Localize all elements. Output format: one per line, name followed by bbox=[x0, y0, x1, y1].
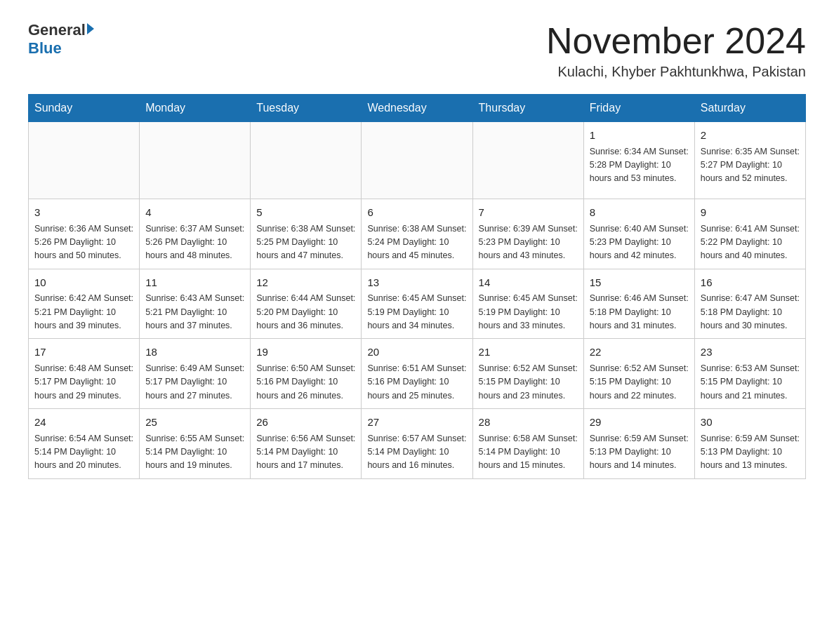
day-cell bbox=[362, 122, 472, 199]
day-info: Sunrise: 6:59 AM Sunset: 5:13 PM Dayligh… bbox=[590, 432, 689, 473]
day-cell: 21Sunrise: 6:52 AM Sunset: 5:15 PM Dayli… bbox=[472, 339, 583, 409]
logo: General Blue bbox=[28, 21, 94, 58]
day-info: Sunrise: 6:44 AM Sunset: 5:20 PM Dayligh… bbox=[256, 292, 355, 333]
day-number: 29 bbox=[590, 415, 689, 431]
weekday-header-saturday: Saturday bbox=[694, 95, 805, 122]
day-cell: 13Sunrise: 6:45 AM Sunset: 5:19 PM Dayli… bbox=[362, 269, 472, 339]
day-cell: 14Sunrise: 6:45 AM Sunset: 5:19 PM Dayli… bbox=[472, 269, 583, 339]
day-cell: 6Sunrise: 6:38 AM Sunset: 5:24 PM Daylig… bbox=[362, 199, 472, 269]
day-number: 20 bbox=[367, 344, 466, 361]
day-info: Sunrise: 6:58 AM Sunset: 5:14 PM Dayligh… bbox=[479, 432, 578, 473]
day-number: 5 bbox=[256, 205, 355, 221]
day-number: 19 bbox=[256, 344, 355, 361]
weekday-header-wednesday: Wednesday bbox=[362, 95, 472, 122]
day-cell: 18Sunrise: 6:49 AM Sunset: 5:17 PM Dayli… bbox=[140, 339, 251, 409]
day-info: Sunrise: 6:38 AM Sunset: 5:24 PM Dayligh… bbox=[367, 222, 466, 263]
day-number: 12 bbox=[256, 275, 355, 291]
day-info: Sunrise: 6:52 AM Sunset: 5:15 PM Dayligh… bbox=[479, 362, 578, 403]
week-row-2: 3Sunrise: 6:36 AM Sunset: 5:26 PM Daylig… bbox=[29, 199, 806, 269]
day-cell: 7Sunrise: 6:39 AM Sunset: 5:23 PM Daylig… bbox=[472, 199, 583, 269]
day-number: 16 bbox=[701, 275, 800, 291]
day-number: 4 bbox=[145, 205, 244, 221]
day-number: 17 bbox=[34, 344, 133, 361]
day-cell: 3Sunrise: 6:36 AM Sunset: 5:26 PM Daylig… bbox=[29, 199, 140, 269]
day-number: 7 bbox=[479, 205, 578, 221]
weekday-header-row: SundayMondayTuesdayWednesdayThursdayFrid… bbox=[29, 95, 806, 122]
week-row-5: 24Sunrise: 6:54 AM Sunset: 5:14 PM Dayli… bbox=[29, 409, 806, 479]
day-cell: 30Sunrise: 6:59 AM Sunset: 5:13 PM Dayli… bbox=[694, 409, 805, 479]
location-text: Kulachi, Khyber Pakhtunkhwa, Pakistan bbox=[546, 64, 806, 80]
day-cell: 5Sunrise: 6:38 AM Sunset: 5:25 PM Daylig… bbox=[251, 199, 362, 269]
day-info: Sunrise: 6:53 AM Sunset: 5:15 PM Dayligh… bbox=[701, 362, 800, 403]
day-cell: 19Sunrise: 6:50 AM Sunset: 5:16 PM Dayli… bbox=[251, 339, 362, 409]
day-cell: 28Sunrise: 6:58 AM Sunset: 5:14 PM Dayli… bbox=[472, 409, 583, 479]
day-number: 25 bbox=[145, 415, 244, 431]
day-number: 28 bbox=[479, 415, 578, 431]
day-number: 10 bbox=[34, 275, 133, 291]
week-row-1: 1Sunrise: 6:34 AM Sunset: 5:28 PM Daylig… bbox=[29, 122, 806, 199]
day-info: Sunrise: 6:36 AM Sunset: 5:26 PM Dayligh… bbox=[34, 222, 133, 263]
day-info: Sunrise: 6:52 AM Sunset: 5:15 PM Dayligh… bbox=[590, 362, 689, 403]
day-cell: 4Sunrise: 6:37 AM Sunset: 5:26 PM Daylig… bbox=[140, 199, 251, 269]
day-info: Sunrise: 6:55 AM Sunset: 5:14 PM Dayligh… bbox=[145, 432, 244, 473]
day-cell: 17Sunrise: 6:48 AM Sunset: 5:17 PM Dayli… bbox=[29, 339, 140, 409]
weekday-header-thursday: Thursday bbox=[472, 95, 583, 122]
day-info: Sunrise: 6:34 AM Sunset: 5:28 PM Dayligh… bbox=[590, 145, 689, 186]
day-number: 15 bbox=[590, 275, 689, 291]
day-cell: 20Sunrise: 6:51 AM Sunset: 5:16 PM Dayli… bbox=[362, 339, 472, 409]
day-info: Sunrise: 6:45 AM Sunset: 5:19 PM Dayligh… bbox=[367, 292, 466, 333]
day-cell: 26Sunrise: 6:56 AM Sunset: 5:14 PM Dayli… bbox=[251, 409, 362, 479]
day-cell bbox=[140, 122, 251, 199]
day-number: 18 bbox=[145, 344, 244, 361]
day-info: Sunrise: 6:41 AM Sunset: 5:22 PM Dayligh… bbox=[701, 222, 800, 263]
day-info: Sunrise: 6:39 AM Sunset: 5:23 PM Dayligh… bbox=[479, 222, 578, 263]
day-info: Sunrise: 6:38 AM Sunset: 5:25 PM Dayligh… bbox=[256, 222, 355, 263]
day-number: 24 bbox=[34, 415, 133, 431]
day-number: 1 bbox=[590, 128, 689, 144]
day-cell: 24Sunrise: 6:54 AM Sunset: 5:14 PM Dayli… bbox=[29, 409, 140, 479]
day-info: Sunrise: 6:40 AM Sunset: 5:23 PM Dayligh… bbox=[590, 222, 689, 263]
day-cell bbox=[472, 122, 583, 199]
week-row-4: 17Sunrise: 6:48 AM Sunset: 5:17 PM Dayli… bbox=[29, 339, 806, 409]
day-info: Sunrise: 6:54 AM Sunset: 5:14 PM Dayligh… bbox=[34, 432, 133, 473]
day-cell: 1Sunrise: 6:34 AM Sunset: 5:28 PM Daylig… bbox=[583, 122, 694, 199]
day-cell: 25Sunrise: 6:55 AM Sunset: 5:14 PM Dayli… bbox=[140, 409, 251, 479]
day-info: Sunrise: 6:35 AM Sunset: 5:27 PM Dayligh… bbox=[701, 145, 800, 186]
day-number: 8 bbox=[590, 205, 689, 221]
day-number: 30 bbox=[701, 415, 800, 431]
day-number: 11 bbox=[145, 275, 244, 291]
calendar-table: SundayMondayTuesdayWednesdayThursdayFrid… bbox=[28, 94, 806, 479]
day-number: 22 bbox=[590, 344, 689, 361]
day-number: 27 bbox=[367, 415, 466, 431]
day-info: Sunrise: 6:48 AM Sunset: 5:17 PM Dayligh… bbox=[34, 362, 133, 403]
month-title: November 2024 bbox=[546, 21, 806, 61]
day-info: Sunrise: 6:49 AM Sunset: 5:17 PM Dayligh… bbox=[145, 362, 244, 403]
day-number: 2 bbox=[701, 128, 800, 144]
logo-general-text: General bbox=[28, 21, 86, 39]
day-cell: 22Sunrise: 6:52 AM Sunset: 5:15 PM Dayli… bbox=[583, 339, 694, 409]
day-cell: 27Sunrise: 6:57 AM Sunset: 5:14 PM Dayli… bbox=[362, 409, 472, 479]
day-cell: 16Sunrise: 6:47 AM Sunset: 5:18 PM Dayli… bbox=[694, 269, 805, 339]
day-info: Sunrise: 6:57 AM Sunset: 5:14 PM Dayligh… bbox=[367, 432, 466, 473]
logo-text: General bbox=[28, 21, 94, 39]
day-info: Sunrise: 6:47 AM Sunset: 5:18 PM Dayligh… bbox=[701, 292, 800, 333]
day-cell: 8Sunrise: 6:40 AM Sunset: 5:23 PM Daylig… bbox=[583, 199, 694, 269]
day-number: 6 bbox=[367, 205, 466, 221]
week-row-3: 10Sunrise: 6:42 AM Sunset: 5:21 PM Dayli… bbox=[29, 269, 806, 339]
day-number: 3 bbox=[34, 205, 133, 221]
day-info: Sunrise: 6:45 AM Sunset: 5:19 PM Dayligh… bbox=[479, 292, 578, 333]
weekday-header-friday: Friday bbox=[583, 95, 694, 122]
day-number: 23 bbox=[701, 344, 800, 361]
day-cell: 2Sunrise: 6:35 AM Sunset: 5:27 PM Daylig… bbox=[694, 122, 805, 199]
title-block: November 2024 Kulachi, Khyber Pakhtunkhw… bbox=[546, 21, 806, 80]
day-info: Sunrise: 6:50 AM Sunset: 5:16 PM Dayligh… bbox=[256, 362, 355, 403]
page-header: General Blue November 2024 Kulachi, Khyb… bbox=[28, 21, 806, 80]
day-cell bbox=[29, 122, 140, 199]
day-number: 13 bbox=[367, 275, 466, 291]
day-info: Sunrise: 6:59 AM Sunset: 5:13 PM Dayligh… bbox=[701, 432, 800, 473]
day-cell: 11Sunrise: 6:43 AM Sunset: 5:21 PM Dayli… bbox=[140, 269, 251, 339]
day-number: 14 bbox=[479, 275, 578, 291]
day-number: 9 bbox=[701, 205, 800, 221]
day-cell: 15Sunrise: 6:46 AM Sunset: 5:18 PM Dayli… bbox=[583, 269, 694, 339]
day-info: Sunrise: 6:46 AM Sunset: 5:18 PM Dayligh… bbox=[590, 292, 689, 333]
